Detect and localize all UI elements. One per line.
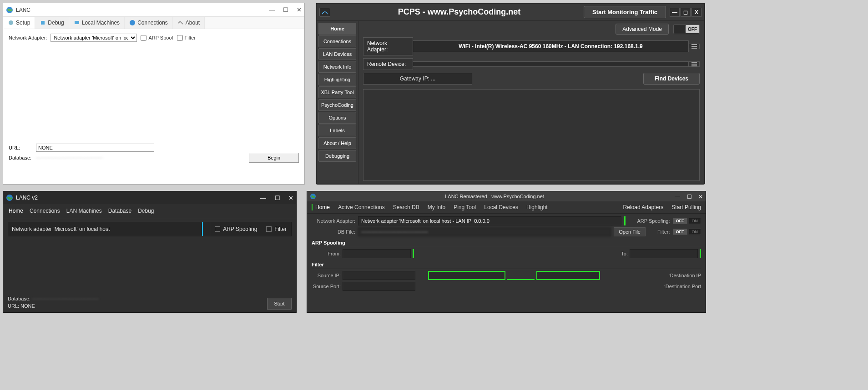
remote-menu-icon[interactable]: [689, 61, 700, 67]
minimize-button[interactable]: —: [269, 6, 275, 13]
filter-box-2[interactable]: [536, 271, 600, 280]
start-button[interactable]: Start: [267, 298, 292, 310]
home-panel: Network adapter 'Microsoft' on local hos…: [3, 218, 296, 240]
sidebar-item-about-help[interactable]: About / Help: [318, 137, 356, 149]
sidebar-item-connections[interactable]: Connections: [318, 35, 356, 47]
tab-lan-machines[interactable]: LAN Machines: [66, 208, 102, 214]
arp-spoofing-toggle[interactable]: OFFON: [673, 218, 701, 224]
tab-search-db[interactable]: Search DB: [393, 204, 419, 210]
filter-toggle[interactable]: OFFON: [673, 229, 701, 235]
window-title: PCPS - www.PsychoCoding.net: [335, 7, 584, 17]
tab-connections[interactable]: Connections: [125, 17, 173, 29]
url-input[interactable]: [36, 144, 154, 152]
sidebar-item-xbl-party[interactable]: XBL Party Tool: [318, 86, 356, 98]
url-line: URL: NONE: [8, 303, 267, 310]
db-file-label: DB File:: [312, 229, 355, 235]
sidebar-item-labels[interactable]: Labels: [318, 125, 356, 136]
sidebar-item-highlighting[interactable]: Highlighting: [318, 74, 356, 85]
tab-about[interactable]: About: [173, 17, 205, 29]
close-button[interactable]: X: [691, 8, 701, 17]
content-panel: Advanced Mode OFF Network Adapter: WiFi …: [358, 21, 704, 184]
tab-database[interactable]: Database: [108, 208, 131, 214]
tab-home[interactable]: Home: [9, 208, 23, 214]
begin-button[interactable]: Begin: [249, 153, 299, 163]
database-label: Database:: [9, 155, 30, 160]
db-file-value: ········································…: [358, 227, 611, 236]
tab-ping-tool[interactable]: Ping Tool: [454, 204, 476, 210]
maximize-button[interactable]: ☐: [275, 195, 280, 201]
start-monitoring-button[interactable]: Start Monitoring Traffic: [584, 6, 666, 18]
tab-debug[interactable]: Debug: [138, 208, 154, 214]
minimize-button[interactable]: —: [670, 8, 680, 17]
arp-spoof-checkbox[interactable]: ARP Spoof: [141, 35, 173, 41]
maximize-button[interactable]: ◻: [681, 8, 691, 17]
tab-debug[interactable]: Debug: [35, 17, 69, 29]
adapter-value: Network adapter 'Microsoft' on local hos…: [8, 223, 202, 235]
to-label: To:: [621, 251, 628, 256]
advanced-mode-button[interactable]: Advanced Mode: [616, 24, 669, 35]
minimize-button[interactable]: —: [260, 195, 266, 201]
tab-local-machines[interactable]: Local Machines: [69, 17, 125, 29]
sidebar-item-network-info[interactable]: Network Info: [318, 61, 356, 73]
filter-checkbox[interactable]: Filter: [262, 223, 291, 235]
close-button[interactable]: ✕: [698, 194, 703, 200]
to-input[interactable]: [630, 249, 698, 258]
sidebar-item-options[interactable]: Options: [318, 112, 356, 124]
tab-setup[interactable]: Setup: [3, 17, 35, 29]
sidebar-item-debugging[interactable]: Debugging: [318, 150, 356, 162]
globe-icon: [6, 194, 13, 201]
open-file-button[interactable]: Open File: [614, 227, 646, 236]
adapter-stepper[interactable]: [202, 222, 210, 236]
tab-highlight[interactable]: Highlight: [526, 204, 548, 210]
url-label: URL:: [9, 145, 30, 150]
home-panel: Network Adapter: Network adapter 'Micros…: [307, 214, 706, 296]
globe-icon: [6, 6, 13, 14]
adapter-menu-icon[interactable]: [689, 44, 700, 49]
arp-spoofing-label: ARP Spoofing:: [637, 218, 670, 224]
sidebar-item-psychocoding[interactable]: PsychoCoding: [318, 99, 356, 111]
find-devices-button[interactable]: Find Devices: [643, 73, 700, 85]
close-button[interactable]: ✕: [297, 6, 302, 13]
tab-my-info[interactable]: My Info: [428, 204, 445, 210]
master-toggle[interactable]: OFF: [673, 24, 700, 34]
tab-connections[interactable]: Connections: [30, 208, 60, 214]
filter-box-1[interactable]: [428, 271, 505, 280]
from-label: From:: [312, 251, 341, 256]
device-list-area: [363, 89, 700, 181]
lanc-window: LANC — ☐ ✕ Setup Debug Local Machines Co…: [3, 3, 305, 185]
window-title: LANC v2: [16, 195, 254, 201]
arp-spoofing-checkbox[interactable]: ARP Spoofing: [210, 223, 262, 235]
tab-local-devices[interactable]: Local Devices: [484, 204, 518, 210]
database-label: Database:: [8, 296, 30, 301]
start-pulling-button[interactable]: Start Pulling: [671, 204, 701, 210]
pcps-window: PCPS - www.PsychoCoding.net Start Monito…: [316, 3, 705, 185]
tab-home[interactable]: Home: [312, 204, 330, 210]
sidebar-item-lan-devices[interactable]: LAN Devices: [318, 48, 356, 60]
from-stepper[interactable]: [413, 249, 414, 258]
reload-adapters-button[interactable]: Reload Adapters: [623, 204, 664, 210]
source-port-input[interactable]: [343, 282, 415, 291]
to-stepper[interactable]: [700, 249, 701, 258]
tab-bar: Setup Debug Local Machines Connections A…: [3, 17, 304, 29]
titlebar: LANC v2 — ☐ ✕: [3, 191, 296, 204]
adapter-label: Network Adapter:: [9, 35, 47, 40]
maximize-button[interactable]: ☐: [687, 194, 692, 200]
minimize-button[interactable]: —: [675, 194, 680, 200]
adapter-select[interactable]: Network adapter 'Microsoft' on local hos…: [50, 34, 137, 42]
maximize-button[interactable]: ☐: [283, 6, 288, 13]
filter-checkbox[interactable]: Filter: [177, 35, 196, 41]
filter-toggle-label: Filter:: [657, 229, 670, 235]
svg-rect-2: [41, 21, 45, 25]
from-input[interactable]: [343, 249, 411, 258]
source-ip-input[interactable]: [343, 271, 415, 280]
close-button[interactable]: ✕: [288, 195, 293, 201]
gateway-ip-box: Gateway IP: ...: [363, 73, 472, 85]
tab-active-connections[interactable]: Active Connections: [338, 204, 385, 210]
sidebar-item-home[interactable]: Home: [318, 23, 356, 35]
adapter-label: Network Adapter:: [312, 218, 355, 224]
remote-device-field: Remote Device:: [363, 58, 700, 70]
sidebar: Home Connections LAN Devices Network Inf…: [317, 21, 358, 184]
adapter-stepper[interactable]: [624, 216, 626, 225]
adapter-value: Network adapter 'Microsoft' on local hos…: [358, 216, 621, 225]
database-path: ········································…: [32, 296, 99, 301]
